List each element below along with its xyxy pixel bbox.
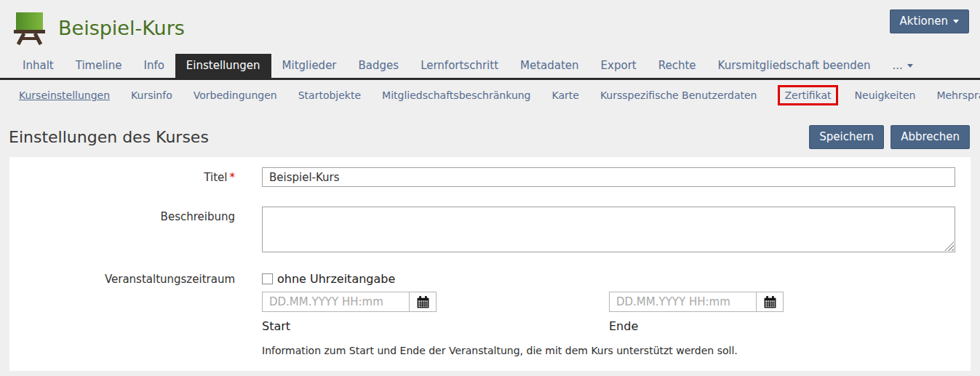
title-input[interactable] <box>262 167 955 187</box>
section-heading-row: Einstellungen des Kurses Speichern Abbre… <box>0 110 980 157</box>
subtab-item[interactable]: Kursspezifische Benutzerdaten <box>600 89 757 101</box>
period-info-text: Information zum Start und Ende der Veran… <box>262 345 955 356</box>
tab-item[interactable]: Badges <box>348 54 410 78</box>
actions-button[interactable]: Aktionen <box>890 9 969 33</box>
tab-item[interactable]: Lernfortschritt <box>410 54 509 78</box>
chevron-down-icon <box>953 20 959 23</box>
description-label: Beschreibung <box>9 207 235 252</box>
course-header: Beispiel-Kurs Aktionen <box>0 0 980 51</box>
chevron-down-icon <box>907 64 913 68</box>
subtab-item[interactable]: Mehrsprachigkeit <box>936 89 980 101</box>
page-title: Einstellungen des Kurses <box>9 128 209 146</box>
tab-item[interactable]: Rechte <box>648 54 707 78</box>
subtab-item[interactable]: Karte <box>552 89 579 101</box>
end-date-group <box>609 292 784 312</box>
tab-item[interactable]: ... <box>882 54 924 78</box>
subtab-item[interactable]: Mitgliedschaftsbeschränkung <box>382 89 530 101</box>
end-date-input[interactable] <box>609 292 757 312</box>
no-time-option[interactable]: ohne Uhrzeitangabe <box>262 272 955 286</box>
cancel-button[interactable]: Abbrechen <box>891 125 970 149</box>
subtab-item[interactable]: Kursinfo <box>131 89 172 101</box>
tab-item[interactable]: Info <box>132 54 175 78</box>
tab-item[interactable]: Timeline <box>65 54 133 78</box>
calendar-icon <box>416 295 430 309</box>
tab-item[interactable]: Inhalt <box>12 54 65 78</box>
no-time-label: ohne Uhrzeitangabe <box>277 272 395 286</box>
start-date-group <box>262 292 437 312</box>
required-marker: * <box>230 171 236 184</box>
subtab-item[interactable]: Startobjekte <box>298 89 361 101</box>
save-button[interactable]: Speichern <box>809 125 884 149</box>
tab-item[interactable]: Metadaten <box>509 54 590 78</box>
end-label: Ende <box>609 319 638 333</box>
subtab-item[interactable]: Neuigkeiten <box>855 89 916 101</box>
event-period-label: Veranstaltungszeitraum <box>9 272 235 356</box>
date-inputs-row <box>262 292 955 312</box>
course-icon <box>12 11 46 45</box>
title-label: Titel* <box>9 167 235 187</box>
tab-item[interactable]: Export <box>590 54 648 78</box>
subtab-item[interactable]: Vorbedingungen <box>194 89 277 101</box>
settings-form: Titel* Beschreibung Veranstaltungszeitra… <box>9 157 971 371</box>
subtab-item[interactable]: Zertifikat <box>778 85 837 105</box>
event-period-row: Veranstaltungszeitraum ohne Uhrzeitangab… <box>9 272 955 356</box>
course-title: Beispiel-Kurs <box>58 17 185 39</box>
tab-item[interactable]: Einstellungen <box>175 54 271 78</box>
description-textarea[interactable] <box>262 207 955 252</box>
start-label: Start <box>262 319 609 333</box>
description-row: Beschreibung <box>9 207 955 252</box>
calendar-icon <box>763 295 777 309</box>
start-date-input[interactable] <box>262 292 410 312</box>
title-row: Titel* <box>9 167 955 187</box>
date-labels-row: Start Ende <box>262 319 955 333</box>
subtab-bar: Kurseinstellungen Kursinfo Vorbedingunge… <box>0 80 980 110</box>
subtab-item[interactable]: Kurseinstellungen <box>19 89 110 101</box>
no-time-checkbox[interactable] <box>262 273 273 284</box>
end-calendar-button[interactable] <box>757 292 784 312</box>
tab-item[interactable]: Mitglieder <box>271 54 348 78</box>
start-calendar-button[interactable] <box>410 292 437 312</box>
tab-item[interactable]: Kursmitgliedschaft beenden <box>707 54 882 78</box>
main-tab-bar: Inhalt Timeline Info Einstellungen Mitgl… <box>0 54 980 80</box>
form-action-buttons: Speichern Abbrechen <box>809 125 970 149</box>
